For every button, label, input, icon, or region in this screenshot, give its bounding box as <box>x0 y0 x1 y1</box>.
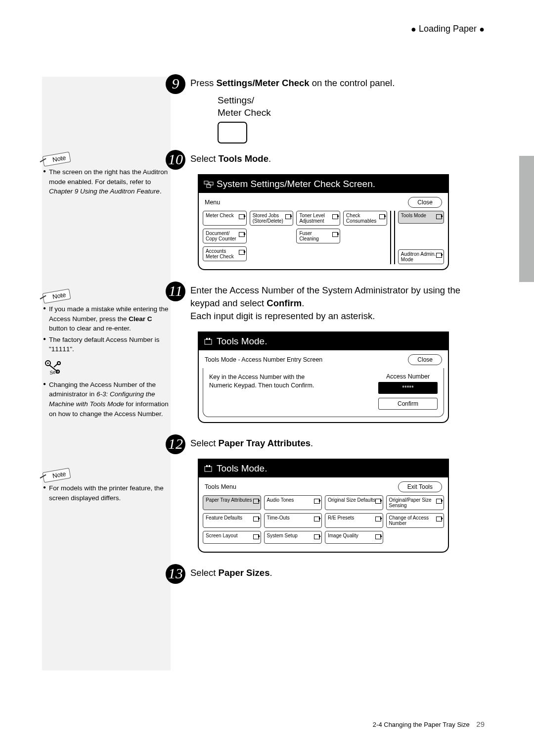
hardware-button-icon <box>218 122 247 143</box>
arrow-icon <box>375 498 381 504</box>
arrow-icon <box>314 498 320 504</box>
panel-title-icon <box>204 180 214 188</box>
original-size-defaults-button[interactable]: Original Size Defaults <box>325 495 383 510</box>
svg-rect-8 <box>205 339 212 344</box>
svg-point-1 <box>47 362 49 364</box>
close-button[interactable]: Close <box>408 354 442 365</box>
note-item: For models with the printer feature, the… <box>43 483 171 503</box>
system-setup-button[interactable]: System Setup <box>264 531 322 544</box>
arrow-icon <box>314 533 320 539</box>
svg-rect-5 <box>204 181 208 184</box>
arrow-icon <box>239 249 245 255</box>
see-icon: See <box>43 359 65 376</box>
arrow-icon <box>436 252 442 258</box>
step-13: 13 Select Paper Sizes. <box>171 567 477 579</box>
see-item: Changing the Access Number of the admini… <box>43 380 171 419</box>
arrow-icon <box>285 213 291 219</box>
step-number: 9 <box>166 74 185 94</box>
step-number: 12 <box>166 434 185 454</box>
paper-tray-attributes-button[interactable]: Paper Tray Attributes <box>203 495 261 510</box>
arrow-icon <box>253 498 259 504</box>
main-column: 9 Press Settings/Meter Check on the cont… <box>171 77 477 584</box>
panel-title: Tools Mode <box>217 463 265 474</box>
step-12: 12 Select Paper Tray Attributes. <box>171 437 477 450</box>
meter-check-button[interactable]: Meter Check <box>203 211 247 226</box>
panel-title-icon <box>204 337 214 345</box>
change-access-number-button[interactable]: Change of Access Number <box>386 513 445 528</box>
tools-mode-button[interactable]: Tools Mode <box>398 211 444 224</box>
arrow-icon <box>436 498 442 504</box>
arrow-icon <box>375 533 381 539</box>
step-10: 10 Select Tools Mode. <box>171 152 477 165</box>
note-item: The factory default Access Number is "11… <box>43 335 171 354</box>
divider <box>394 211 395 264</box>
control-panel-button-label: Settings/ Meter Check <box>218 94 477 143</box>
image-quality-button[interactable]: Image Quality <box>325 531 383 544</box>
step-9: 9 Press Settings/Meter Check on the cont… <box>171 77 477 90</box>
confirm-button[interactable]: Confirm <box>378 398 438 410</box>
access-instructions: Key in the Access Number with the Numeri… <box>209 373 353 410</box>
re-presets-button[interactable]: R/E Presets <box>325 513 383 528</box>
svg-rect-9 <box>206 338 208 340</box>
panel-title: Tools Mode <box>217 336 265 347</box>
step-11: 11 Enter the Access Number of the System… <box>171 284 477 323</box>
arrow-icon <box>375 516 381 521</box>
page-number: 29 <box>476 720 485 728</box>
system-settings-panel: System Settings/Meter Check Screen. Menu… <box>198 174 449 270</box>
check-consumables-button[interactable]: Check Consumables <box>343 211 387 226</box>
panel-title: System Settings/Meter Check Screen <box>217 179 373 189</box>
arrow-icon <box>253 516 259 521</box>
step-number: 11 <box>166 282 185 301</box>
divider <box>390 211 391 264</box>
svg-rect-10 <box>209 338 210 340</box>
panel-subtitle: Tools Menu <box>205 483 236 490</box>
toner-level-button[interactable]: Toner Level Adjustment <box>296 211 340 226</box>
note-item: The screen on the right has the Auditron… <box>43 167 171 196</box>
tools-menu-panel: Tools Mode. Tools Menu Exit Tools Paper … <box>198 459 449 553</box>
access-number-label: Access Number <box>378 373 438 380</box>
arrow-icon <box>332 231 338 237</box>
note-badge: Note <box>43 468 71 482</box>
menu-label: Menu <box>205 199 220 206</box>
svg-text:See: See <box>49 369 59 376</box>
breadcrumb: Loading Paper <box>419 24 477 34</box>
page-header: ● Loading Paper ● <box>411 24 485 35</box>
stored-jobs-button[interactable]: Stored Jobs (Store/Delete) <box>250 211 294 226</box>
arrow-icon <box>253 533 259 539</box>
time-outs-button[interactable]: Time-Outs <box>264 513 322 528</box>
tools-mode-access-panel: Tools Mode. Tools Mode - Access Number E… <box>198 331 449 423</box>
step-number: 13 <box>166 564 185 584</box>
panel-subtitle: Tools Mode - Access Number Entry Screen <box>205 356 322 363</box>
svg-rect-12 <box>206 465 208 467</box>
fuser-cleaning-button[interactable]: Fuser Cleaning <box>296 229 340 243</box>
svg-rect-11 <box>205 467 212 472</box>
note-item: If you made a mistake while entering the… <box>43 304 171 333</box>
panel-title-icon <box>204 465 214 472</box>
page-footer: 2-4 Changing the Paper Tray Size 29 <box>373 720 485 728</box>
step-number: 10 <box>166 150 185 170</box>
access-number-display: ***** <box>378 382 438 394</box>
svg-point-3 <box>57 362 60 365</box>
arrow-icon <box>239 213 245 219</box>
arrow-icon <box>436 213 442 219</box>
feature-defaults-button[interactable]: Feature Defaults <box>203 513 261 528</box>
document-copy-counter-button[interactable]: Document/ Copy Counter <box>203 229 247 243</box>
arrow-icon <box>314 516 320 521</box>
note-badge: Note <box>43 151 71 166</box>
arrow-icon <box>239 231 245 237</box>
arrow-icon <box>332 213 338 219</box>
close-button[interactable]: Close <box>408 197 442 208</box>
original-paper-size-sensing-button[interactable]: Original/Paper Size Sensing <box>386 495 445 510</box>
arrow-icon <box>436 516 442 521</box>
screen-layout-button[interactable]: Screen Layout <box>203 531 261 544</box>
side-tab <box>519 156 534 282</box>
accounts-meter-check-button[interactable]: Accounts Meter Check <box>203 246 247 261</box>
audio-tones-button[interactable]: Audio Tones <box>264 495 322 510</box>
exit-tools-button[interactable]: Exit Tools <box>398 481 442 492</box>
arrow-icon <box>379 213 385 219</box>
sidebar-column: Note The screen on the right has the Aud… <box>42 77 171 670</box>
note-badge: Note <box>43 288 71 303</box>
svg-rect-13 <box>209 465 210 467</box>
auditron-admin-button[interactable]: Auditron Admin. Mode <box>398 249 444 264</box>
